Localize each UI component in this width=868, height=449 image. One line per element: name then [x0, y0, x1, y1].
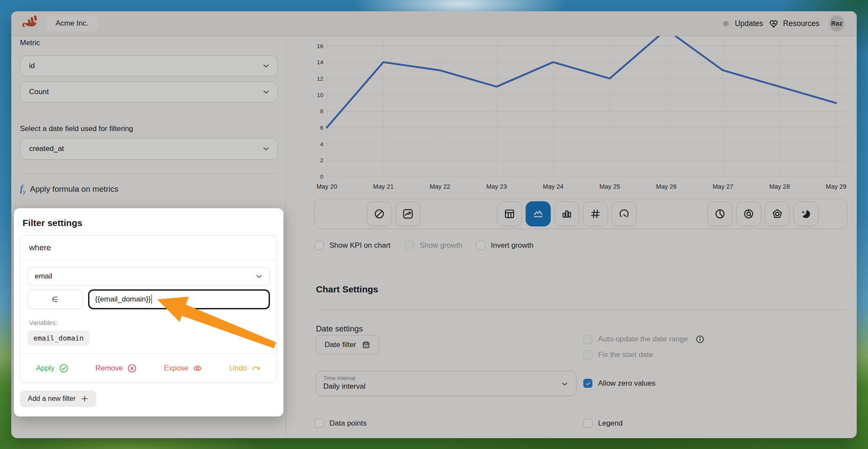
where-label: where [20, 236, 277, 260]
expose-filter-button[interactable]: Expose [164, 363, 203, 374]
chevron-down-icon [255, 272, 263, 281]
filter-value-input[interactable]: {{email_domain}} [88, 289, 270, 309]
undo-label: Undo [229, 364, 247, 373]
apply-label: Apply [36, 364, 55, 373]
filter-field-value: email [35, 272, 53, 281]
filter-settings-modal: Filter settings where email ∈ {{email_do… [14, 208, 283, 416]
variable-chip[interactable]: email_domain [27, 331, 90, 346]
plus-icon [81, 395, 89, 403]
modal-title: Filter settings [23, 218, 277, 228]
apply-filter-button[interactable]: Apply [36, 363, 69, 374]
expose-label: Expose [164, 364, 188, 373]
eye-icon [192, 363, 203, 374]
add-filter-button[interactable]: Add a new filter [20, 390, 96, 407]
filter-operator-select[interactable]: ∈ [27, 289, 83, 309]
remove-label: Remove [95, 364, 123, 373]
add-filter-label: Add a new filter [28, 395, 76, 403]
undo-filter-button[interactable]: Undo [229, 363, 261, 374]
remove-filter-button[interactable]: Remove [95, 363, 137, 374]
app-window: Acme Inc. Updates Resources Raz Metric i [11, 11, 857, 438]
filter-value-text: {{email_domain}} [95, 295, 151, 304]
variables-label: Variables: [29, 319, 270, 326]
x-circle-icon [127, 363, 137, 374]
redo-icon [251, 363, 261, 374]
check-circle-icon [59, 363, 69, 374]
filter-card: where email ∈ {{email_domain}} Variables… [20, 235, 277, 383]
filter-field-select[interactable]: email [27, 267, 270, 285]
text-cursor [151, 295, 152, 304]
